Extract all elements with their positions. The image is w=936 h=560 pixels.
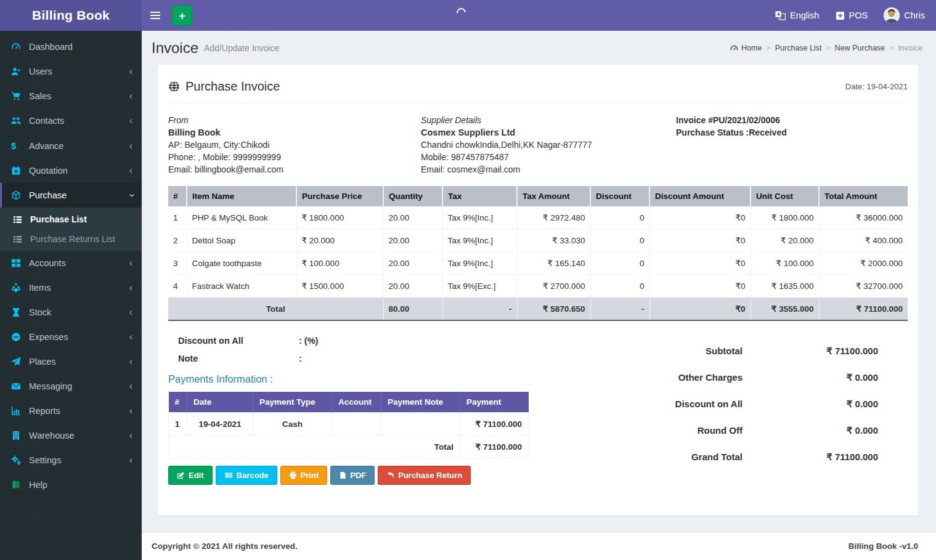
quick-add-button[interactable]: + bbox=[172, 6, 192, 26]
summary-subtotal: Subtotal ₹ 71100.000 bbox=[633, 346, 878, 357]
chevron-left-icon: ‹ bbox=[129, 91, 132, 101]
chevron-left-icon: ‹ bbox=[129, 166, 132, 176]
app-logo[interactable]: Billing Book bbox=[0, 0, 142, 31]
chevron-left-icon: ‹ bbox=[129, 307, 132, 317]
cart-icon bbox=[11, 91, 23, 101]
payments-heading: Payments Information : bbox=[168, 373, 633, 385]
sidebar-item-quotation[interactable]: Quotation‹ bbox=[0, 158, 142, 183]
sidebar-item-users[interactable]: Users‹ bbox=[0, 59, 142, 84]
undo-icon bbox=[386, 471, 394, 479]
avatar bbox=[884, 7, 900, 23]
from-block: From Billing Book AP: Belgaum, City:Chik… bbox=[168, 114, 421, 176]
chevron-left-icon: ‹ bbox=[129, 283, 132, 293]
sidebar-item-purchase-list[interactable]: Purchase List bbox=[0, 209, 142, 229]
sidebar-item-warehouse[interactable]: Warehouse‹ bbox=[0, 423, 142, 448]
pdf-button[interactable]: PDF bbox=[330, 466, 375, 485]
language-menu[interactable]: English bbox=[767, 0, 828, 31]
sidebar-toggle-icon[interactable] bbox=[142, 0, 169, 31]
supplier-block: Supplier Details Cosmex Suppliers Ltd Ch… bbox=[421, 114, 676, 176]
print-button[interactable]: Print bbox=[280, 466, 328, 485]
invoice-parties: From Billing Book AP: Belgaum, City:Chik… bbox=[168, 114, 908, 176]
sidebar-item-reports[interactable]: Reports‹ bbox=[0, 399, 142, 423]
home-dashboard-icon bbox=[730, 44, 738, 52]
invoice-actions: Edit Barcode Print PDF bbox=[168, 466, 633, 485]
sidebar-item-messaging[interactable]: Messaging‹ bbox=[0, 374, 142, 399]
card-title: Purchase Invoice bbox=[168, 79, 280, 94]
sidebar-item-places[interactable]: Places‹ bbox=[0, 349, 142, 374]
content-header: Invoice Add/Update Invoice Home > Purcha… bbox=[142, 31, 936, 63]
hourglass-icon bbox=[11, 307, 23, 317]
gauge-icon bbox=[11, 42, 23, 52]
sidebar: Dashboard Users‹ Sales‹ Contacts‹ $ Adva… bbox=[0, 31, 142, 560]
sidebar-item-purchase-returns-list[interactable]: Purchase Returns List bbox=[0, 229, 142, 249]
purchase-invoice-card: Purchase Invoice Date: 19-04-2021 From B… bbox=[158, 65, 918, 516]
sidebar-item-contacts[interactable]: Contacts‹ bbox=[0, 108, 142, 133]
payment-row: 1 19-04-2021 Cash ₹ 71100.000 bbox=[169, 413, 529, 436]
print-icon bbox=[289, 471, 297, 479]
top-navbar: Billing Book + English POS Chris bbox=[0, 0, 936, 31]
language-label: English bbox=[790, 10, 820, 20]
breadcrumb-home[interactable]: Home bbox=[741, 44, 762, 52]
group-icon bbox=[11, 116, 23, 126]
sidebar-item-purchase[interactable]: Purchase‹ bbox=[0, 183, 142, 208]
sidebar-item-accounts[interactable]: Accounts‹ bbox=[0, 251, 142, 275]
chevron-left-icon: ‹ bbox=[129, 406, 132, 416]
gears-icon bbox=[11, 455, 23, 465]
items-table: # Item Name Purchase Price Quantity Tax … bbox=[168, 186, 908, 321]
page-subtitle: Add/Update Invoice bbox=[204, 43, 279, 53]
discount-on-all-row: Discount on All : (%) bbox=[168, 336, 633, 346]
pdf-file-icon bbox=[339, 471, 346, 479]
invoice-meta-block: Invoice #PU/2021/02/0006 Purchase Status… bbox=[676, 114, 908, 176]
payments-table: # Date Payment Type Account Payment Note… bbox=[168, 392, 529, 458]
content-wrapper: Invoice Add/Update Invoice Home > Purcha… bbox=[142, 0, 936, 560]
sidebar-item-sales[interactable]: Sales‹ bbox=[0, 84, 142, 108]
from-name: Billing Book bbox=[168, 126, 421, 139]
navbar-right: English POS Chris bbox=[767, 0, 936, 31]
item-row: 2 Dettol Soap ₹ 20.000 20.00 Tax 9%[Inc.… bbox=[168, 229, 908, 252]
page-title: Invoice bbox=[152, 39, 198, 57]
paper-plane-icon bbox=[11, 357, 23, 367]
chevron-left-icon: ‹ bbox=[129, 67, 132, 76]
user-menu[interactable]: Chris bbox=[876, 0, 936, 31]
purchase-return-button[interactable]: Purchase Return bbox=[378, 466, 471, 485]
note-row: Note : bbox=[168, 354, 633, 363]
sidebar-item-advance[interactable]: $ Advance‹ bbox=[0, 133, 142, 158]
cube-icon bbox=[11, 190, 23, 200]
breadcrumb: Home > Purchase List > New Purchase > In… bbox=[730, 44, 922, 52]
chevron-left-icon: ‹ bbox=[129, 357, 132, 367]
cubes-icon bbox=[11, 283, 23, 293]
sidebar-item-stock[interactable]: Stock‹ bbox=[0, 300, 142, 325]
pos-label: POS bbox=[849, 10, 868, 20]
invoice-number: Invoice #PU/2021/02/0006 bbox=[676, 114, 908, 126]
sidebar-item-help[interactable]: Help bbox=[0, 473, 142, 497]
envelope-icon bbox=[11, 381, 23, 391]
building-icon bbox=[11, 431, 23, 440]
edit-icon bbox=[177, 471, 185, 479]
sidebar-item-items[interactable]: Items‹ bbox=[0, 275, 142, 300]
summary-round-off: Round Off ₹ 0.000 bbox=[633, 425, 878, 436]
chevron-left-icon: ‹ bbox=[129, 141, 132, 151]
language-icon bbox=[775, 10, 786, 20]
breadcrumb-purchase-list[interactable]: Purchase List bbox=[775, 44, 822, 52]
barcode-button[interactable]: Barcode bbox=[216, 466, 277, 485]
chevron-left-icon: ‹ bbox=[129, 455, 132, 465]
user-name: Chris bbox=[904, 10, 925, 20]
sidebar-item-dashboard[interactable]: Dashboard bbox=[0, 34, 142, 59]
payments-table-header: # Date Payment Type Account Payment Note… bbox=[169, 392, 529, 413]
barcode-icon bbox=[224, 471, 233, 479]
items-table-header: # Item Name Purchase Price Quantity Tax … bbox=[168, 186, 908, 206]
chevron-left-icon: ‹ bbox=[129, 332, 132, 342]
item-row: 4 Fastrack Watch ₹ 1500.000 20.00 Tax 9%… bbox=[168, 275, 908, 298]
summary-discount-on-all: Discount on All ₹ 0.000 bbox=[633, 399, 878, 410]
sidebar-item-expenses[interactable]: Expenses‹ bbox=[0, 325, 142, 349]
invoice-summary: Subtotal ₹ 71100.000 Other Charges ₹ 0.0… bbox=[633, 336, 908, 485]
summary-grand-total: Grand Total ₹ 71100.000 bbox=[633, 452, 878, 463]
item-row: 1 PHP & MySQL Book ₹ 1800.000 20.00 Tax … bbox=[168, 206, 908, 229]
invoice-date: Date: 19-04-2021 bbox=[845, 82, 908, 91]
breadcrumb-new-purchase[interactable]: New Purchase bbox=[835, 44, 885, 52]
pos-button[interactable]: POS bbox=[828, 0, 876, 31]
edit-button[interactable]: Edit bbox=[168, 466, 213, 485]
user-plus-icon bbox=[11, 67, 23, 76]
loading-spinner bbox=[455, 6, 468, 19]
sidebar-item-settings[interactable]: Settings‹ bbox=[0, 448, 142, 473]
